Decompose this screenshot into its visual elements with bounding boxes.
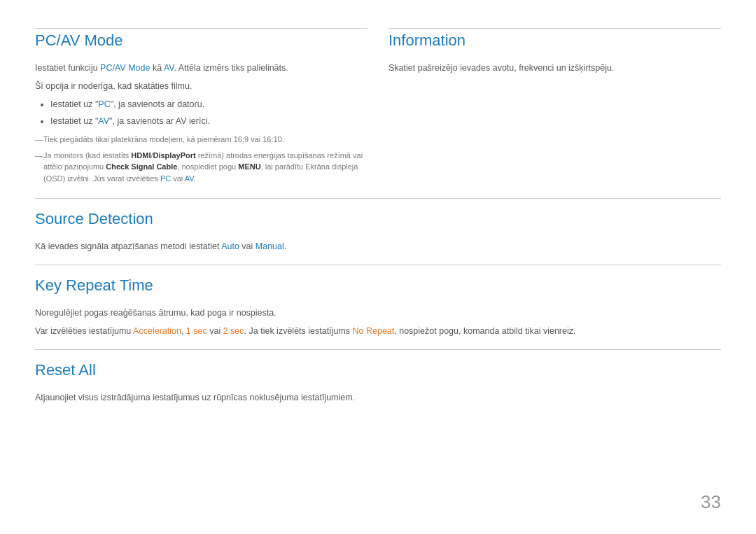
left-column: PC/AV Mode Iestatiet funkciju PC/AV Mode… xyxy=(35,29,368,190)
pcav-link-2: AV xyxy=(164,63,174,73)
source-detection-body: Kā ievades signāla atpazīšanas metodi ie… xyxy=(35,239,721,253)
right-column: Information Skatiet pašreizējo ievades a… xyxy=(388,29,721,190)
pcav-check-text: Check Signal Cable xyxy=(106,162,177,171)
pcav-footnote-1: Tiek piegādāts tikai platekrāna modeļiem… xyxy=(35,134,368,146)
manual-link: Manual xyxy=(255,241,284,251)
key-repeat-para-2: Var izvēlēties iestatījumu Acceleration,… xyxy=(35,324,721,338)
pcav-link-1: PC/AV Mode xyxy=(100,63,150,73)
pcav-av2-link: AV xyxy=(185,174,194,183)
information-body: Skatiet pašreizējo ievades avotu, frekve… xyxy=(388,61,721,75)
pcav-footnote-2: Ja monitors (kad iestatīts HDMI/DisplayP… xyxy=(35,150,368,185)
information-title: Information xyxy=(388,31,721,50)
reset-all-divider xyxy=(35,349,721,350)
key-repeat-section: Key Repeat Time Noregulējiet pogas reaģē… xyxy=(35,265,721,338)
pcav-pc2-link: PC xyxy=(160,174,171,183)
reset-all-body: Atjaunojiet visus izstrādājuma iestatīju… xyxy=(35,391,721,405)
page-number: 33 xyxy=(701,491,721,513)
pcav-hdmi-text: HDMI xyxy=(131,151,150,160)
bottom-sections: Source Detection Kā ievades signāla atpa… xyxy=(35,198,721,416)
source-detection-title: Source Detection xyxy=(35,210,721,228)
pcav-mode-title: PC/AV Mode xyxy=(35,31,368,50)
pcav-av-link: AV xyxy=(98,116,109,126)
pcav-pc-link: PC xyxy=(98,99,110,109)
reset-all-title: Reset All xyxy=(35,361,721,379)
norepeat-link: No Repeat xyxy=(353,326,395,336)
page: PC/AV Mode Iestatiet funkciju PC/AV Mode… xyxy=(0,0,756,534)
source-detection-divider xyxy=(35,198,721,199)
key-repeat-divider xyxy=(35,265,721,265)
source-detection-para: Kā ievades signāla atpazīšanas metodi ie… xyxy=(35,239,721,253)
reset-all-section: Reset All Atjaunojiet visus izstrādājuma… xyxy=(35,349,721,405)
key-repeat-body: Noregulējiet pogas reaģēšanas ātrumu, ka… xyxy=(35,306,721,338)
information-para-1: Skatiet pašreizējo ievades avotu, frekve… xyxy=(388,61,721,75)
source-detection-section: Source Detection Kā ievades signāla atpa… xyxy=(35,198,721,253)
key-repeat-para-1: Noregulējiet pogas reaģēšanas ātrumu, ka… xyxy=(35,306,721,320)
pcav-para-1: Iestatiet funkciju PC/AV Mode kā AV. Att… xyxy=(35,61,368,75)
acceleration-link: Acceleration xyxy=(133,326,181,336)
pcav-para-2: Šī opcija ir noderīga, kad skatāties fil… xyxy=(35,79,368,93)
pcav-bullet-1: Iestatiet uz "PC", ja savienots ar dator… xyxy=(50,97,368,111)
pcav-bullets: Iestatiet uz "PC", ja savienots ar dator… xyxy=(35,97,368,128)
auto-link: Auto xyxy=(221,241,239,251)
pcav-menu-text: MENU xyxy=(238,162,260,171)
reset-all-para: Atjaunojiet visus izstrādājuma iestatīju… xyxy=(35,391,721,405)
1sec-link: 1 sec xyxy=(186,326,207,336)
pcav-dp-text: DisplayPort xyxy=(153,151,196,160)
2sec-link: 2 sec xyxy=(223,326,244,336)
pcav-mode-body: Iestatiet funkciju PC/AV Mode kā AV. Att… xyxy=(35,61,368,184)
pcav-bullet-2: Iestatiet uz "AV", ja savienots ar AV ie… xyxy=(50,114,368,128)
key-repeat-title: Key Repeat Time xyxy=(35,276,721,295)
